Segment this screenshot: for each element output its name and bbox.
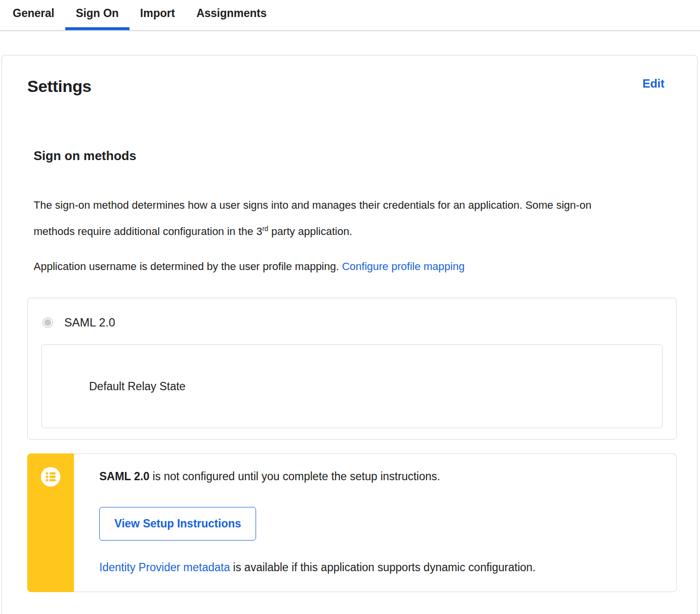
app-tab-bar: General Sign On Import Assignments <box>0 0 700 31</box>
saml-radio-button[interactable] <box>42 317 53 328</box>
callout-accent-bar <box>27 453 74 592</box>
username-mapping-text: Application username is determined by th… <box>34 260 342 272</box>
saml-radio-row: SAML 2.0 <box>28 298 676 329</box>
view-setup-instructions-button[interactable]: View Setup Instructions <box>99 507 256 541</box>
tab-assignments[interactable]: Assignments <box>185 7 277 30</box>
callout-message: SAML 2.0 is not configured until you com… <box>99 469 657 484</box>
sign-on-methods-heading: Sign on methods <box>34 148 677 163</box>
saml-radio-label: SAML 2.0 <box>64 316 115 329</box>
description-superscript: rd <box>262 225 268 233</box>
saml-option-box: SAML 2.0 Default Relay State <box>27 298 677 440</box>
setup-callout: SAML 2.0 is not configured until you com… <box>27 453 677 592</box>
tab-sign-on[interactable]: Sign On <box>65 7 129 30</box>
edit-link[interactable]: Edit <box>643 77 664 90</box>
default-relay-state-label: Default Relay State <box>89 380 185 393</box>
description-text-part2: party application. <box>268 225 352 237</box>
metadata-line: Identity Provider metadata is available … <box>99 561 657 574</box>
username-mapping-line: Application username is determined by th… <box>34 254 632 278</box>
metadata-line-rest: is available if this application support… <box>230 561 535 574</box>
identity-provider-metadata-link[interactable]: Identity Provider metadata <box>99 561 230 574</box>
list-icon <box>41 467 60 488</box>
settings-card-header: Settings Edit <box>27 77 677 96</box>
settings-card: Settings Edit Sign on methods The sign-o… <box>1 55 698 614</box>
settings-title: Settings <box>27 77 92 96</box>
configure-profile-mapping-link[interactable]: Configure profile mapping <box>342 260 464 272</box>
sign-on-method-description: The sign-on method determines how a user… <box>34 193 632 243</box>
callout-message-bold: SAML 2.0 <box>99 470 149 483</box>
sign-on-methods-section: Sign on methods The sign-on method deter… <box>34 148 677 278</box>
callout-message-rest: is not configured until you complete the… <box>149 470 440 483</box>
tab-import[interactable]: Import <box>129 7 186 30</box>
callout-body: SAML 2.0 is not configured until you com… <box>74 453 677 592</box>
default-relay-state-box: Default Relay State <box>41 344 663 428</box>
tab-general[interactable]: General <box>2 7 65 30</box>
